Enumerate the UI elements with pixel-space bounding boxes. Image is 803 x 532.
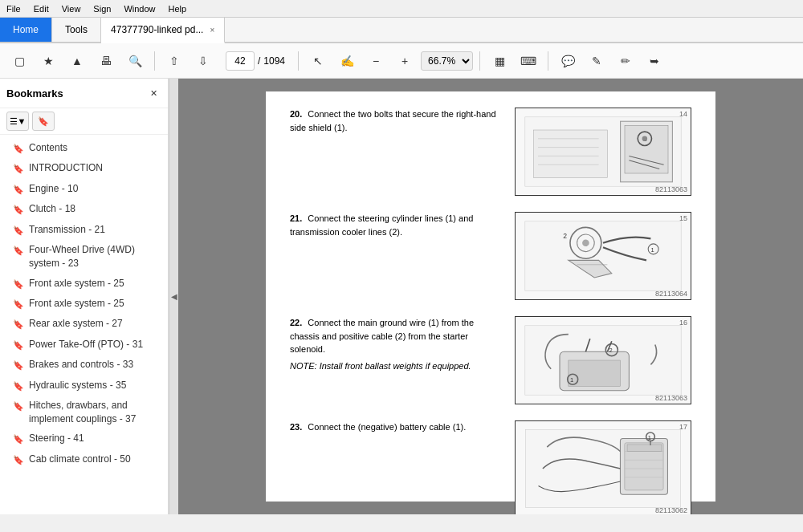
step-23-num: 23. [290,422,302,432]
menu-sign[interactable]: Sign [93,4,111,14]
bookmark-icon: 🔖 [13,298,24,311]
sidebar-view-button[interactable]: ☰▼ [6,112,29,131]
page-separator: / [258,55,260,67]
share-button[interactable]: ➥ [642,48,667,74]
bookmark-item-3[interactable]: 🔖Clutch - 18 [0,199,168,219]
step-23-img-code: 82113062 [655,506,687,514]
keyboard-button[interactable]: ⌨ [516,48,541,74]
tab-tools-label: Tools [65,24,88,35]
step-21-image-box: 2 1 82113064 15 [515,212,691,300]
zoom-in-button[interactable]: + [392,48,418,74]
step-23-svg: 1 [516,421,691,514]
svg-rect-13 [525,221,681,290]
sidebar-toggle[interactable]: ◀ [169,79,178,514]
menu-help[interactable]: Help [169,4,187,14]
bookmark-item-14[interactable]: 🔖Cab climate control - 50 [0,449,168,469]
sidebar-toolbar: ☰▼ 🔖 [0,108,168,135]
content-area[interactable]: 20. Connect the two bolts that secure th… [178,79,803,514]
new-button[interactable]: ▢ [6,48,32,74]
step-22-svg: 2 1 [516,317,691,404]
bookmark-button[interactable]: ★ [35,48,61,74]
bookmark-item-9[interactable]: 🔖Power Take-Off (PTO) - 31 [0,335,168,355]
bookmark-icon: 🔖 [13,400,24,412]
menu-edit[interactable]: Edit [34,4,49,14]
zoom-button[interactable]: 🔍 [122,48,148,74]
menu-file[interactable]: File [6,4,21,14]
bookmark-item-4[interactable]: 🔖Transmission - 21 [0,220,168,240]
bookmark-item-10[interactable]: 🔖Brakes and controls - 33 [0,355,168,375]
tab-document-label: 47377790-linked pd... [111,24,203,35]
svg-rect-2 [625,126,668,173]
bookmark-item-13[interactable]: 🔖Steering - 41 [0,428,168,449]
svg-text:2: 2 [563,232,567,240]
bookmark-item-7[interactable]: 🔖Front axle system - 25 [0,294,168,314]
bookmark-icon: 🔖 [13,163,24,175]
step-20-image: 1 82113063 14 [515,108,691,196]
bookmark-icon: 🔖 [13,339,24,351]
svg-text:2: 2 [609,347,613,354]
step-20-img-num: 14 [679,110,687,118]
step-21-img-code: 82113064 [655,290,687,298]
print-button[interactable]: 🖶 [93,48,119,74]
bookmark-item-2[interactable]: 🔖Engine - 10 [0,179,168,199]
hand-tool[interactable]: ✍ [334,48,360,74]
bookmark-icon: 🔖 [13,204,24,216]
sidebar: Bookmarks ✕ ☰▼ 🔖 🔖Contents🔖INTRODUCTION🔖… [0,79,169,514]
step-21-text: 21. Connect the steering cylinder lines … [290,212,502,300]
bookmark-item-6[interactable]: 🔖Front axle system - 25 [0,274,168,294]
bookmark-item-8[interactable]: 🔖Rear axle system - 27 [0,314,168,334]
bookmark-icon: 🔖 [13,359,24,372]
page-nav: / 1094 [226,51,285,71]
tab-document[interactable]: 47377790-linked pd... × [101,18,225,43]
upload-button[interactable]: ▲ [64,48,90,74]
zoom-out-button[interactable]: − [363,48,389,74]
bookmark-item-11[interactable]: 🔖Hydraulic systems - 35 [0,376,168,396]
separator-2 [298,51,299,71]
step-23-img-num: 17 [679,423,687,431]
step-22-img-code: 82113063 [655,394,687,402]
menu-view[interactable]: View [62,4,81,14]
bookmark-item-5[interactable]: 🔖Four-Wheel Drive (4WD) system - 23 [0,240,168,274]
step-22-text: 22. Connect the main ground wire (1) fro… [290,316,502,404]
bookmark-icon: 🔖 [13,319,24,331]
sidebar-close-button[interactable]: ✕ [145,85,161,101]
sidebar-collapse-button[interactable]: 🔖 [32,112,55,131]
cursor-tool[interactable]: ↖ [305,48,331,74]
svg-point-16 [582,239,589,246]
sidebar-header: Bookmarks ✕ [0,79,168,108]
step-21-svg: 2 1 [516,213,691,299]
bookmark-icon: 🔖 [13,184,24,196]
svg-text:1: 1 [648,434,651,441]
bookmark-item-0[interactable]: 🔖Contents [0,138,168,158]
zoom-select[interactable]: 66.7% 50% 75% 100% 125% [421,51,473,71]
draw-button[interactable]: ✏ [613,48,638,74]
step-21: 21. Connect the steering cylinder lines … [290,212,691,300]
step-20-text: 20. Connect the two bolts that secure th… [290,108,502,196]
tab-home[interactable]: Home [0,18,52,42]
step-22-num: 22. [290,318,302,327]
highlight-button[interactable]: ✎ [584,48,609,74]
svg-rect-8 [534,130,608,177]
step-20: 20. Connect the two bolts that secure th… [290,108,691,196]
comment-button[interactable]: 💬 [555,48,581,74]
bookmark-icon: 🔖 [13,143,24,155]
step-22-image: 2 1 82113063 16 [515,316,691,404]
step-23-text: 23. Connect the (negative) battery cable… [290,420,502,514]
sidebar-title: Bookmarks [6,87,63,99]
bookmark-icon: 🔖 [13,454,24,466]
prev-page-button[interactable]: ⇧ [161,48,187,74]
step-21-img-num: 15 [679,214,687,222]
bookmark-item-1[interactable]: 🔖INTRODUCTION [0,158,168,178]
step-20-svg: 1 [516,108,691,195]
menu-window[interactable]: Window [124,4,155,14]
bookmark-icon: 🔖 [13,433,24,445]
next-page-button[interactable]: ⇩ [190,48,216,74]
fit-page-button[interactable]: ▦ [487,48,512,74]
tab-tools[interactable]: Tools [52,18,101,42]
step-21-image: 2 1 82113064 15 [515,212,691,300]
close-icon[interactable]: × [210,26,214,35]
bookmark-item-12[interactable]: 🔖Hitches, drawbars, and implement coupli… [0,396,168,429]
svg-rect-37 [627,445,662,452]
page-number-input[interactable] [226,51,255,71]
bookmark-icon: 🔖 [13,380,24,392]
